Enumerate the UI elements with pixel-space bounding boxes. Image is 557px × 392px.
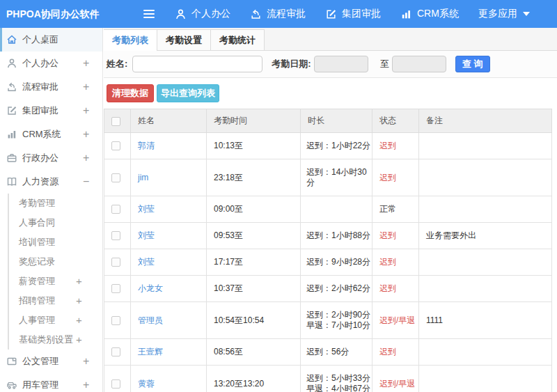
sidebar-item-group-approval[interactable]: 集团审批+ [0,99,102,123]
cell-time: 10:54至10:54 [207,302,301,339]
sidebar: 个人桌面个人办公+流程审批+集团审批+CRM系统+行政办公+人力资源−考勤管理人… [0,28,103,392]
cell-duration: 迟到：5小时33分早退：4小时67分 [301,366,372,392]
top-nav-personal-office[interactable]: 个人办公 [175,8,230,20]
export-list-button[interactable]: 导出查询列表 [157,84,219,102]
table-row: 小龙女10:37至迟到：2小时62分迟到 [104,276,552,302]
sidebar-item-human-resources[interactable]: 人力资源− [0,170,102,194]
cell-note: 业务需要外出 [419,223,552,249]
expand-toggle: + [83,355,89,368]
search-button[interactable]: 查 询 [455,56,490,72]
row-checkbox[interactable] [111,284,120,293]
sidebar-item-personal-desktop[interactable]: 个人桌面 [0,28,102,52]
group-approval-icon [325,8,342,20]
chart-icon [6,129,22,140]
name-label: 姓名: [107,58,127,70]
attendance-table: 姓名考勤时间时长状态备注 郭清10:13至迟到：1小时22分迟到jim23:18… [104,109,552,392]
cell-note [419,339,552,366]
sidebar-item-admin-office[interactable]: 行政办公+ [0,146,102,170]
column-header: 考勤时间 [207,109,301,133]
sidebar-subitem-salary-management[interactable]: 薪资管理+ [9,272,102,291]
row-checkbox[interactable] [111,347,120,356]
cell-time: 13:20至13:20 [207,366,301,392]
tab-attendance-settings[interactable]: 考勤设置 [157,29,211,50]
cell-note [419,276,552,302]
sidebar-item-crm-system[interactable]: CRM系统+ [0,123,102,146]
row-checkbox[interactable] [111,379,120,389]
date-to-input[interactable] [392,56,446,72]
cell-status: 迟到/早退 [372,302,419,339]
table-row: 刘莹17:17至迟到：9小时28分迟到 [104,249,552,276]
sidebar-subitem-attendance-management[interactable]: 考勤管理 [9,194,102,213]
clear-data-button[interactable]: 清理数据 [107,84,154,102]
tab-bar: 考勤列表考勤设置考勤统计 [104,28,557,51]
row-checkbox[interactable] [111,231,120,240]
sidebar-item-personal-office[interactable]: 个人办公+ [0,52,102,75]
date-from-input[interactable] [314,56,368,72]
table-row: 黄蓉13:20至13:20迟到：5小时33分早退：4小时67分迟到/早退 [104,366,552,392]
cell-name[interactable]: 管理员 [131,302,207,339]
cell-status: 迟到 [372,133,419,159]
cell-time: 09:53至 [207,223,301,249]
cell-duration: 迟到：2小时62分 [301,276,372,302]
cell-name[interactable]: 刘莹 [131,223,207,249]
tab-attendance-statistics[interactable]: 考勤统计 [211,29,265,50]
sidebar-subitem-reward-punishment[interactable]: 奖惩记录 [9,252,102,272]
top-nav-more-apps[interactable]: 更多应用 [478,8,530,20]
sidebar-subitem-recruitment-management[interactable]: 招聘管理+ [9,291,102,311]
caret-down-icon [523,12,530,16]
cell-time: 17:17至 [207,249,301,276]
row-checkbox[interactable] [111,258,120,267]
cell-name[interactable]: 黄蓉 [131,366,207,392]
column-header: 姓名 [131,109,207,133]
top-nav-workflow-approval[interactable]: 流程审批 [250,8,306,20]
cell-note [419,196,552,223]
cell-name[interactable]: 刘莹 [131,196,207,223]
user-icon [6,58,22,69]
cell-duration [301,196,372,223]
cell-name[interactable]: jim [131,159,207,196]
column-header: 状态 [372,109,419,133]
cell-name[interactable]: 小龙女 [131,276,207,302]
crm-system-icon [400,8,417,20]
sidebar-subitem-basic-category-settings[interactable]: 基础类别设置+ [9,330,102,350]
row-checkbox[interactable] [111,205,120,214]
table-row: 刘莹09:53至迟到：1小时88分迟到业务需要外出 [104,223,552,249]
expand-toggle: + [76,330,82,350]
row-checkbox[interactable] [111,173,120,182]
table-row: 管理员10:54至10:54迟到：2小时90分早退：7小时10分迟到/早退111… [104,302,552,339]
top-nav-crm-system[interactable]: CRM系统 [400,8,459,20]
row-checkbox[interactable] [111,316,120,325]
expand-toggle: + [83,104,89,117]
cell-note [419,249,552,276]
sidebar-subitem-training-management[interactable]: 培训管理 [9,233,102,252]
select-all-checkbox[interactable] [111,117,120,126]
flow-icon [6,81,22,93]
cell-note [419,159,552,196]
top-nav-group-approval[interactable]: 集团审批 [325,8,381,20]
sidebar-subitem-personnel-contract[interactable]: 人事合同 [9,213,102,233]
menu-toggle-icon[interactable] [143,8,155,20]
select-all-cell [104,109,131,133]
name-input[interactable] [132,56,262,72]
row-checkbox[interactable] [111,141,120,150]
workflow-approval-icon [250,8,267,20]
sidebar-item-workflow-approval[interactable]: 流程审批+ [0,75,102,99]
sidebar-subitem-personnel-management[interactable]: 人事管理+ [9,311,102,330]
expand-toggle: + [83,128,89,141]
expand-toggle: + [83,81,89,93]
tab-attendance-list[interactable]: 考勤列表 [104,29,157,51]
cell-name[interactable]: 郭清 [131,133,207,159]
date-label: 考勤日期: [272,58,311,70]
cell-name[interactable]: 王壹辉 [131,339,207,366]
cell-status: 迟到 [372,276,419,302]
cell-time: 10:37至 [207,276,301,302]
sidebar-item-document-management[interactable]: 公文管理+ [0,350,102,373]
home-icon [6,34,22,45]
filter-bar: 姓名: 考勤日期: 至 查 询 [104,51,557,78]
table-row: 刘莹09:00至正常 [104,196,552,223]
topbar: PHPOA协同办公软件 个人办公流程审批集团审批CRM系统更多应用 [0,0,557,28]
cell-duration: 迟到：14小时30分 [301,159,372,196]
cell-name[interactable]: 刘莹 [131,249,207,276]
sidebar-item-vehicle-management[interactable]: 用车管理+ [0,373,102,392]
edit-icon [6,105,22,116]
